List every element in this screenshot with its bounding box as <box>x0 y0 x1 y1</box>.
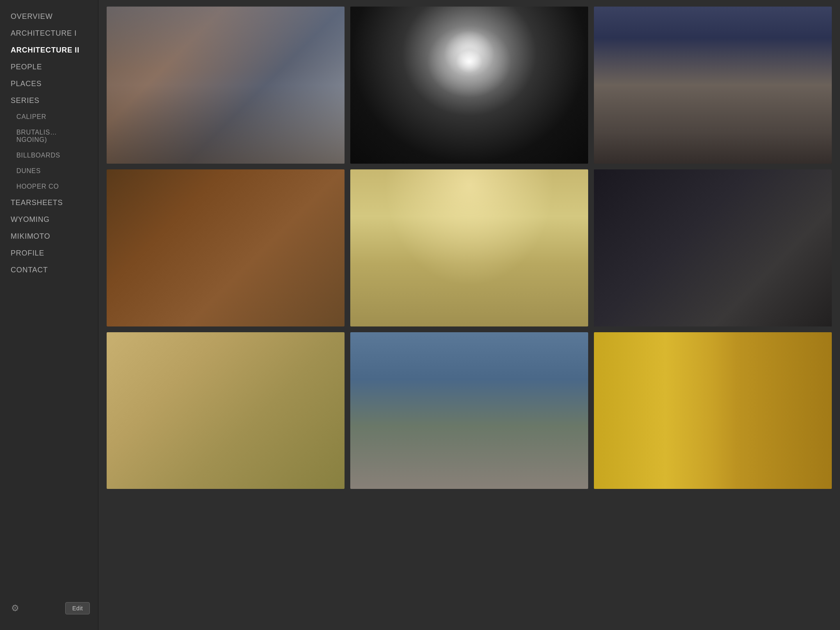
photo-row-row2 <box>107 169 832 326</box>
photo-row-row1 <box>107 7 832 164</box>
sidebar-item-places[interactable]: PLACES <box>0 75 98 92</box>
photo-cell-p2[interactable] <box>350 7 588 164</box>
sidebar-item-series[interactable]: SERIES <box>0 92 98 109</box>
sidebar-item-architecture-i[interactable]: ARCHITECTURE I <box>0 25 98 42</box>
gallery-container <box>107 7 832 489</box>
sidebar-item-tearsheets[interactable]: TEARSHEETS <box>0 194 98 211</box>
photo-cell-p8[interactable] <box>350 332 588 489</box>
photo-cell-p3[interactable] <box>594 7 832 164</box>
sidebar-item-people[interactable]: PEOPLE <box>0 59 98 75</box>
sidebar-item-profile[interactable]: PROFILE <box>0 245 98 262</box>
sidebar-item-contact[interactable]: CONTACT <box>0 262 98 278</box>
sidebar-item-billboards[interactable]: BILLBOARDS <box>0 148 98 163</box>
sidebar-item-wyoming[interactable]: WYOMING <box>0 211 98 228</box>
photo-cell-p5[interactable] <box>350 169 588 326</box>
sidebar-item-mikimoto[interactable]: MIKIMOTO <box>0 228 98 245</box>
photo-cell-p1[interactable] <box>107 7 345 164</box>
sidebar-item-architecture-ii[interactable]: ARCHITECTURE II <box>0 42 98 59</box>
photo-cell-p4[interactable] <box>107 169 345 326</box>
photo-cell-p6[interactable] <box>594 169 832 326</box>
sidebar-footer: ⚙ Edit <box>0 595 98 622</box>
sidebar-item-hooper-co[interactable]: HOOPER CO <box>0 179 98 194</box>
sidebar-item-brutalism[interactable]: BRUTALIS…NGOING) <box>0 125 98 148</box>
nav-list: OVERVIEWARCHITECTURE IARCHITECTURE IIPEO… <box>0 8 98 278</box>
gallery-main <box>98 0 840 630</box>
photo-cell-p9[interactable] <box>594 332 832 489</box>
sidebar-item-caliper[interactable]: CALIPER <box>0 109 98 125</box>
photo-cell-p7[interactable] <box>107 332 345 489</box>
edit-button[interactable]: Edit <box>65 602 90 614</box>
sidebar-item-overview[interactable]: OVERVIEW <box>0 8 98 25</box>
settings-button[interactable]: ⚙ <box>8 601 22 615</box>
photo-row-row3 <box>107 332 832 489</box>
sidebar: OVERVIEWARCHITECTURE IARCHITECTURE IIPEO… <box>0 0 98 630</box>
sidebar-item-dunes[interactable]: DUNES <box>0 163 98 179</box>
